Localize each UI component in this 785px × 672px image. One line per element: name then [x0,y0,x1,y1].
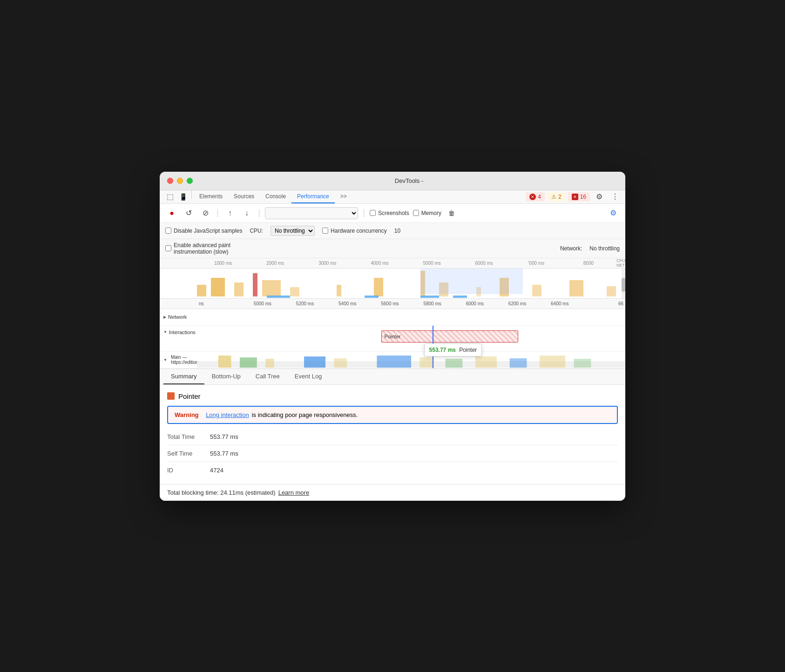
svg-rect-19 [453,296,467,298]
devtools-more-icon[interactable]: ⋮ [609,190,622,203]
window-title: DevTools - [200,177,618,184]
detail-mark-5200: 5200 ms [284,301,326,306]
interactions-track-label[interactable]: ▼ Interactions [160,326,197,335]
info-rows: Total Time 553.77 ms Self Time 553.77 ms… [167,430,618,477]
nav-tab-bar: ⬚ 📱 Elements Sources Console Performance… [160,190,625,204]
ruler-mark-7: 8000 [562,261,615,266]
interactions-track-row: ▼ Interactions Pointer 553.77 ms Pointer [160,326,625,352]
overview-timeline: 1000 ms 2000 ms 3000 ms 4000 ms 5000 ms … [160,258,625,299]
record-button[interactable]: ● [165,207,178,220]
error-badge-yellow[interactable]: ⚠ 2 [548,192,565,202]
tab-sources[interactable]: Sources [228,190,260,203]
svg-rect-30 [510,358,527,368]
tab-elements[interactable]: Elements [194,190,228,203]
interactions-collapse-icon: ▼ [163,330,167,334]
tab-call-tree[interactable]: Call Tree [248,369,287,384]
warning-label: Warning [175,411,199,418]
warning-rest-text: is indicating poor page responsiveness. [252,411,358,418]
network-track-label[interactable]: ▶ Network [160,314,197,320]
cpu-graph [197,269,625,299]
pointer-interaction-bar[interactable]: Pointer [381,330,518,343]
cpu-label: CPU: [250,228,263,234]
maximize-button[interactable] [187,178,193,184]
hardware-concurrency-label[interactable]: Hardware concurrency [322,228,387,234]
main-track-label[interactable]: ▼ Main — https://edition.cnn.com/ [160,355,197,365]
svg-rect-15 [420,269,523,294]
id-row: ID 4724 [167,464,618,477]
info-divider-1 [167,445,618,445]
inspector-icon[interactable]: ⬚ [163,190,176,203]
svg-rect-12 [532,285,541,296]
detail-timeline: ns 5000 ms 5200 ms 5400 ms 5600 ms 5800 … [160,299,625,369]
ruler-mark-3: 4000 ms [353,261,406,266]
disable-js-label: Disable JavaScript samples [174,228,242,234]
svg-rect-25 [334,358,347,368]
url-dropdown[interactable] [265,207,358,219]
record-controls: ● ↺ ⊘ ↑ ↓ Screenshots Memory 🗑 ⚙ [160,204,625,223]
close-button[interactable] [167,178,173,184]
svg-rect-3 [253,273,257,296]
main-collapse-icon: ▼ [163,358,167,362]
error-count-orange: 16 [580,194,586,200]
device-mode-icon[interactable]: 📱 [176,190,189,203]
warning-count: 2 [558,194,562,200]
error-badge-orange[interactable]: ✕ 16 [568,192,590,202]
overview-ruler-marks: 1000 ms 2000 ms 3000 ms 4000 ms 5000 ms … [197,261,615,266]
tab-summary[interactable]: Summary [163,369,204,384]
error-badge-red[interactable]: ✕ 4 [526,192,545,202]
disable-js-samples-label[interactable]: Disable JavaScript samples [165,228,242,234]
svg-rect-23 [265,359,274,368]
network-track-content [197,309,625,325]
screenshots-checkbox-label[interactable]: Screenshots [370,210,409,216]
hardware-concurrency-checkbox[interactable] [322,228,328,234]
long-interaction-link[interactable]: Long interaction [206,411,249,418]
reload-button[interactable]: ↺ [182,207,195,220]
download-button[interactable]: ↓ [240,207,253,220]
clear-button[interactable]: ⊘ [199,207,212,220]
hw-label: Hardware concurrency [331,228,387,234]
scrollbar-thumb[interactable] [622,278,625,292]
devtools-settings-icon[interactable]: ⚙ [593,190,606,203]
memory-label: Memory [421,210,441,216]
overview-scrollbar[interactable] [622,269,625,298]
error-icon-orange: ✕ [572,194,578,200]
tab-performance[interactable]: Performance [291,190,335,203]
enable-paint-label[interactable]: Enable advanced paint instrumentation (s… [165,242,230,255]
tab-bottom-up[interactable]: Bottom-Up [204,369,248,384]
svg-rect-29 [475,356,497,368]
tab-event-log[interactable]: Event Log [287,369,330,384]
screenshots-label: Screenshots [378,210,409,216]
detail-mark-5400: 5400 ms [326,301,369,306]
self-time-value: 553.77 ms [210,450,238,457]
main-track-row: ▼ Main — https://edition.cnn.com/ [160,352,625,369]
screenshots-checkbox[interactable] [370,210,376,216]
gear-icon[interactable]: ⚙ [607,207,620,220]
minimize-button[interactable] [177,178,183,184]
main-track-content[interactable] [197,352,625,368]
delete-button[interactable]: 🗑 [445,207,458,220]
memory-checkbox-label[interactable]: Memory [413,210,441,216]
warning-spacer [202,411,203,418]
interactions-track-content[interactable]: Pointer 553.77 ms Pointer [197,326,625,351]
id-label: ID [167,467,204,474]
total-time-value: 553.77 ms [210,433,238,440]
tab-console[interactable]: Console [260,190,291,203]
overview-graph[interactable] [160,269,625,299]
memory-checkbox[interactable] [413,210,419,216]
detail-mark-6400: 6400 ms [539,301,581,306]
traffic-lights [167,178,193,184]
tab-more[interactable]: >> [335,190,352,203]
upload-button[interactable]: ↑ [223,207,237,220]
tooltip-label: Pointer [459,347,477,353]
total-time-label: Total Time [167,433,204,440]
detail-ruler-marks: ns 5000 ms 5200 ms 5400 ms 5600 ms 5800 … [197,301,625,306]
learn-more-link[interactable]: Learn more [278,489,309,496]
svg-rect-7 [374,278,383,296]
ruler-mark-0: 1000 ms [197,261,249,266]
network-label: Network: [560,245,582,252]
net-label-ruler: NET [616,263,625,268]
enable-paint-checkbox[interactable] [165,245,171,251]
cpu-throttle-select[interactable]: No throttling [271,226,315,236]
disable-js-samples-checkbox[interactable] [165,228,171,234]
svg-rect-14 [607,286,616,296]
